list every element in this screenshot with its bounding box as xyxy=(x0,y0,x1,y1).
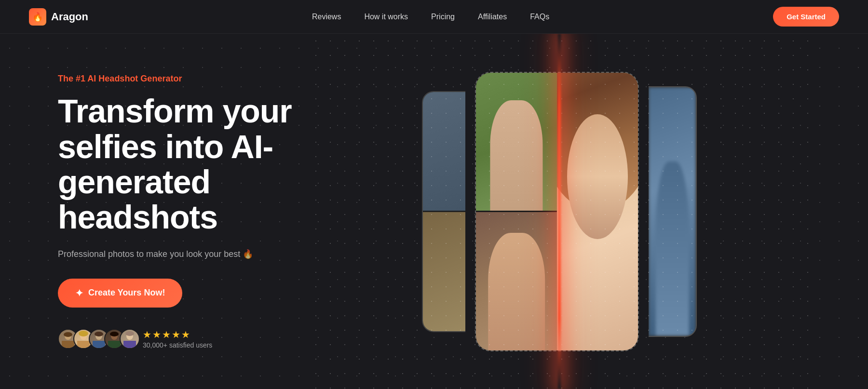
phone-right-content xyxy=(649,87,696,336)
nav-get-started-button[interactable]: Get Started xyxy=(773,7,839,27)
logo-icon: 🔥 xyxy=(29,8,46,26)
hero-title: Transform your selfies into AI- generate… xyxy=(58,94,309,235)
navbar: 🔥 Aragon Reviews How it works Pricing Af… xyxy=(0,0,868,34)
photo-cell xyxy=(423,212,465,331)
logo[interactable]: 🔥 Aragon xyxy=(29,8,88,26)
user-count: 30,000+ satisfied users xyxy=(143,341,212,349)
hero-title-line1: Transform your xyxy=(58,93,292,129)
nav-faqs[interactable]: FAQs xyxy=(530,13,549,21)
hero-tagline: The #1 AI Headshot Generator xyxy=(58,74,309,84)
nav-affiliates[interactable]: Affiliates xyxy=(478,13,507,21)
phone-left-inner xyxy=(423,92,465,331)
before-side xyxy=(476,73,557,350)
photo-cell xyxy=(423,92,465,211)
nav-pricing[interactable]: Pricing xyxy=(431,13,455,21)
light-beam xyxy=(558,34,561,389)
hero-visual xyxy=(309,34,810,389)
svg-point-11 xyxy=(95,332,103,336)
nav-how-it-works[interactable]: How it works xyxy=(364,13,408,21)
star-rating: ★★★★★ xyxy=(143,329,212,340)
svg-point-19 xyxy=(125,331,134,336)
svg-rect-18 xyxy=(123,341,136,348)
phone-center xyxy=(475,72,639,351)
ai-headshot-side xyxy=(557,73,638,350)
svg-point-15 xyxy=(110,332,119,336)
nav-reviews[interactable]: Reviews xyxy=(312,13,341,21)
phone-left xyxy=(422,91,465,332)
hero-section: The #1 AI Headshot Generator Transform y… xyxy=(0,34,868,389)
selfie-photo-bottom xyxy=(476,212,557,350)
phone-center-inner xyxy=(476,73,638,350)
svg-rect-6 xyxy=(77,341,90,348)
hero-content: The #1 AI Headshot Generator Transform y… xyxy=(58,74,309,349)
hero-subtitle: Professional photos to make you look you… xyxy=(58,249,309,259)
avatar xyxy=(120,329,140,349)
hero-cta-button[interactable]: ✦ Create Yours Now! xyxy=(58,279,182,308)
svg-point-3 xyxy=(64,332,72,337)
svg-rect-2 xyxy=(62,341,74,348)
phone-right xyxy=(649,86,697,337)
avatar-group xyxy=(58,329,135,349)
hero-title-line3: generated xyxy=(58,163,210,200)
hero-title-line4: headshots xyxy=(58,199,217,235)
nav-links: Reviews How it works Pricing Affiliates … xyxy=(312,13,549,21)
social-proof: ★★★★★ 30,000+ satisfied users xyxy=(58,329,309,349)
cta-label: Create Yours Now! xyxy=(88,288,165,298)
svg-rect-14 xyxy=(108,341,121,348)
svg-rect-10 xyxy=(93,341,105,348)
cta-star-icon: ✦ xyxy=(75,287,83,299)
selfie-photo-top xyxy=(476,73,557,211)
svg-point-7 xyxy=(79,331,88,336)
brand-name: Aragon xyxy=(51,11,88,23)
hero-title-line2: selfies into AI- xyxy=(58,128,273,165)
proof-text: ★★★★★ 30,000+ satisfied users xyxy=(143,329,212,349)
